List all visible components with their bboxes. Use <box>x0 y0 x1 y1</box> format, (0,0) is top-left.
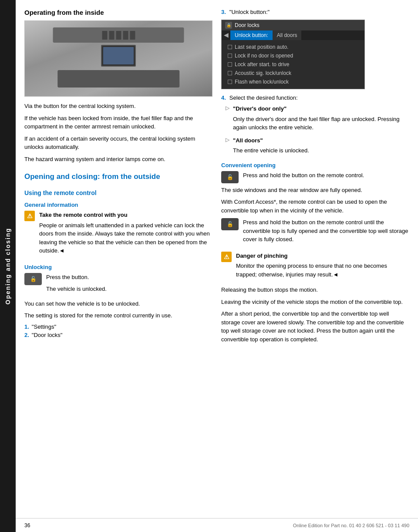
list-item-1-text: "Settings" <box>32 323 56 330</box>
unlock-steps: Press the button. The vehicle is unlocke… <box>46 273 107 297</box>
screen-tab-unlock: Unlock button: <box>230 30 273 40</box>
screen-header-text: Door locks <box>235 22 260 28</box>
checkbox-3 <box>228 62 232 67</box>
car-interior-image <box>24 20 212 97</box>
section1-body4: The hazard warning system and interior l… <box>24 155 212 164</box>
danger-text: Danger of pinching Monitor the opening p… <box>236 252 409 283</box>
menu-item-3: Lock after start. to drive <box>222 60 364 69</box>
nav-arrow: ◀ <box>222 30 230 39</box>
edition-text: Online Edition for Part no. 01 40 2 606 … <box>293 523 409 528</box>
checkbox-5 <box>228 80 232 84</box>
screen-mockup: 🔒 Door locks ◀ Unlock button: All doors … <box>221 20 365 89</box>
remote-hold-icon-1 <box>221 171 239 183</box>
unlock-step1-box: Press the button. The vehicle is unlocke… <box>24 273 212 297</box>
bullet-content-1: "Driver's door only" Only the driver's d… <box>233 104 409 134</box>
leaving-body: Leaving the vicinity of the vehicle stop… <box>221 298 409 306</box>
bullet-arrow-1: ▷ <box>226 105 229 134</box>
bullet-content-2: "All doors" The entire vehicle is unlock… <box>233 136 409 157</box>
checkbox-4 <box>228 71 232 75</box>
list-item-2-num: 2. <box>24 332 29 338</box>
footer: 36 Online Edition for Part no. 01 40 2 6… <box>16 518 418 532</box>
left-column: Operating from the inside Via the button… <box>24 9 212 347</box>
general-info-title: General information <box>24 202 212 208</box>
danger-title: Danger of pinching <box>236 252 409 260</box>
unlocking-body1: You can set how the vehicle is to be unl… <box>24 300 212 308</box>
convenient-title: Convenient opening <box>221 162 409 168</box>
warning-icon: ⚠ <box>24 211 35 221</box>
sidebar-tab: Opening and closing <box>0 0 16 532</box>
step3-text: "Unlock button:" <box>229 9 270 15</box>
bullet-item-1: ▷ "Driver's door only" Only the driver's… <box>221 104 409 134</box>
convenient-step2: Press and hold the button on the remote … <box>243 218 409 244</box>
bullet1-body: Only the driver's door and the fuel fill… <box>233 115 409 132</box>
section1-body3: If an accident of a certain severity occ… <box>24 135 212 152</box>
list-item-2: 2. "Door locks" <box>24 332 212 338</box>
screen-header: 🔒 Door locks <box>222 20 364 30</box>
right-column: 3. "Unlock button:" 🔒 Door locks ◀ Unloc… <box>221 9 409 347</box>
warning-box: ⚠ Take the remote control with you Peopl… <box>24 211 212 259</box>
list-item-2-text: "Door locks" <box>32 332 63 338</box>
list-item-1: 1. "Settings" <box>24 323 212 330</box>
step4-row: 4. Select the desired function: <box>221 94 409 101</box>
sidebar-label: Opening and closing <box>4 228 11 304</box>
settings-list: 1. "Settings" 2. "Door locks" <box>24 323 212 338</box>
step4-num: 4. <box>221 94 226 101</box>
screen-tab-row: ◀ Unlock button: All doors <box>222 30 364 40</box>
screen-menu: Last seat position auto. Lock if no door… <box>222 40 364 89</box>
convenient-step2-box: Press and hold the button on the remote … <box>221 218 409 247</box>
remote-unlock-icon <box>24 273 42 285</box>
unlocking-title: Unlocking <box>24 264 212 270</box>
bullet-arrow-2: ▷ <box>226 137 229 157</box>
bullet2-title: "All doors" <box>233 137 263 144</box>
page-number: 36 <box>24 522 30 529</box>
bullet1-title: "Driver's door only" <box>233 105 287 112</box>
list-item-1-num: 1. <box>24 323 29 330</box>
unlock-step2: The vehicle is unlocked. <box>46 285 107 293</box>
danger-body: Monitor the opening process to ensure th… <box>236 262 409 279</box>
checkbox-2 <box>228 54 232 58</box>
step3-row: 3. "Unlock button:" <box>221 9 409 15</box>
step4-text: Select the desired function: <box>229 94 298 101</box>
warning-text: Take the remote control with you People … <box>39 211 212 259</box>
convenient-body2: With Comfort Access*, the remote control… <box>221 198 409 215</box>
section2-title: Opening and closing: from the outside <box>24 172 212 182</box>
section1-body2: If the vehicle has been locked from insi… <box>24 114 212 131</box>
unlock-step1: Press the button. <box>46 273 107 282</box>
step3-num: 3. <box>221 9 226 15</box>
unlocking-body2: The setting is stored for the remote con… <box>24 311 212 320</box>
section1-title: Operating from the inside <box>24 9 212 16</box>
bullet2-body: The entire vehicle is unlocked. <box>233 146 409 155</box>
warning-title: Take the remote control with you <box>39 211 212 219</box>
door-locks-icon: 🔒 <box>225 22 232 29</box>
menu-item-2: Lock if no door is opened <box>222 51 364 60</box>
menu-item-1: Last seat position auto. <box>222 43 364 51</box>
convenient-step1-box: Press and hold the button on the remote … <box>221 171 409 183</box>
danger-box: ⚠ Danger of pinching Monitor the opening… <box>221 252 409 283</box>
remote-hold-icon-2 <box>221 218 239 230</box>
bullet-item-2: ▷ "All doors" The entire vehicle is unlo… <box>221 136 409 157</box>
convenient-step1: Press and hold the button on the remote … <box>243 171 364 180</box>
subsection1-title: Using the remote control <box>24 189 212 196</box>
menu-item-5: Flash when lock/unlock <box>222 77 364 86</box>
release-body: Releasing the button stops the motion. <box>221 286 409 294</box>
section1-body1: Via the button for the central locking s… <box>24 102 212 111</box>
screen-tab-alldoors: All doors <box>273 30 302 40</box>
danger-icon: ⚠ <box>221 252 232 262</box>
menu-item-4: Acoustic sig. lock/unlock <box>222 69 364 77</box>
convenient-body1: The side windows and the rear window are… <box>221 186 409 195</box>
final-body: After a short period, the convertible to… <box>221 310 409 343</box>
warning-body: People or animals left unattended in a p… <box>39 221 212 255</box>
checkbox-1 <box>228 45 232 49</box>
